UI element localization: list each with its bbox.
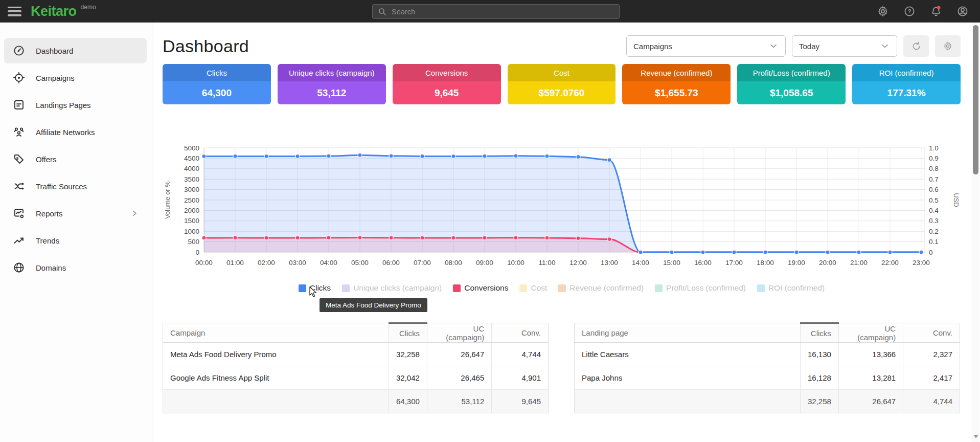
cell-clicks: 16,130 xyxy=(800,343,838,366)
campaigns-table: Campaign Clicks UC (campaign) Conv. Meta… xyxy=(163,322,549,413)
svg-text:USD: USD xyxy=(952,193,960,207)
stat-card-value: 64,300 xyxy=(163,81,271,104)
column-header-uc[interactable]: UC (campaign) xyxy=(838,323,903,343)
total-clicks: 32,258 xyxy=(800,390,838,413)
legend-item[interactable]: Cost xyxy=(519,283,547,293)
stat-card: Cost $597.0760 xyxy=(508,64,616,104)
stat-card-value: 53,112 xyxy=(278,81,386,104)
legend-item[interactable]: Unique clicks (campaign) xyxy=(342,283,442,293)
landing-name[interactable]: Papa Johns xyxy=(575,366,801,390)
sidebar-item-label: Affiliate Networks xyxy=(36,128,95,137)
landing-pages-icon xyxy=(13,99,25,111)
campaign-name[interactable]: Meta Ads Food Delivery Promo xyxy=(163,343,389,366)
legend-item[interactable]: Revenue (confirmed) xyxy=(558,283,644,293)
svg-text:0.7: 0.7 xyxy=(929,175,939,183)
legend-item[interactable]: Profit/Loss (confirmed) xyxy=(655,283,746,293)
refresh-button[interactable] xyxy=(903,35,929,57)
total-conv: 9,645 xyxy=(492,390,549,413)
legend-item[interactable]: Conversions xyxy=(453,283,508,293)
svg-text:13:00: 13:00 xyxy=(601,259,618,267)
legend-label: Cost xyxy=(531,283,547,293)
sidebar-item-dashboard[interactable]: Dashboard xyxy=(4,38,147,63)
legend-label: Conversions xyxy=(464,283,508,293)
topbar-icons: ? xyxy=(877,0,969,23)
menu-toggle-icon[interactable] xyxy=(8,7,21,16)
stat-card: Profit/Loss (confirmed) $1,058.65 xyxy=(737,64,846,104)
stat-card-value: $1,058.65 xyxy=(737,81,846,104)
sidebar-item-label: Reports xyxy=(36,209,63,218)
traffic-chart[interactable]: 00:0001:0002:0003:0004:0005:0006:0007:00… xyxy=(163,116,960,274)
svg-text:14:00: 14:00 xyxy=(632,259,649,267)
table-row[interactable]: Google Ads Fitness App Split 32,042 26,4… xyxy=(163,366,549,390)
svg-text:11:00: 11:00 xyxy=(539,259,556,267)
sidebar-item-landings[interactable]: Landings Pages xyxy=(4,92,147,118)
svg-text:4000: 4000 xyxy=(184,165,199,172)
landing-name[interactable]: Little Caesars xyxy=(575,343,801,366)
dashboard-icon xyxy=(13,45,25,57)
cell-clicks: 32,042 xyxy=(389,366,427,390)
sidebar-item-campaigns[interactable]: Campaigns xyxy=(4,65,147,91)
table-row[interactable]: Little Caesars 16,130 13,366 2,327 xyxy=(575,343,960,366)
sidebar-item-label: Trends xyxy=(36,236,59,245)
stat-card-label: Revenue (confirmed) xyxy=(622,64,731,81)
svg-text:0.3: 0.3 xyxy=(929,217,939,225)
dashboard-settings-button[interactable] xyxy=(935,35,961,57)
date-range-select[interactable]: Today xyxy=(792,35,897,57)
stat-card-value: 9,645 xyxy=(393,81,501,104)
column-header-conv[interactable]: Conv. xyxy=(492,323,549,343)
svg-text:3500: 3500 xyxy=(184,175,199,183)
grouping-select[interactable]: Campaigns xyxy=(626,35,786,57)
table-row[interactable]: Meta Ads Food Delivery Promo 32,258 26,6… xyxy=(163,343,549,366)
total-uc: 53,112 xyxy=(427,390,491,413)
scrollbar-thumb[interactable] xyxy=(973,25,978,174)
search-input[interactable] xyxy=(392,8,614,16)
cell-conv: 2,417 xyxy=(903,366,960,390)
settings-icon[interactable] xyxy=(877,5,889,17)
stat-card-label: ROI (confirmed) xyxy=(852,64,961,81)
campaign-name[interactable]: Google Ads Fitness App Split xyxy=(163,366,389,390)
svg-text:17:00: 17:00 xyxy=(725,259,743,267)
column-header-uc[interactable]: UC (campaign) xyxy=(427,323,491,343)
gear-icon xyxy=(943,41,953,51)
column-header-campaign[interactable]: Campaign xyxy=(163,323,389,343)
cell-clicks: 32,258 xyxy=(389,343,427,366)
svg-text:1500: 1500 xyxy=(184,217,199,225)
grouping-select-value: Campaigns xyxy=(633,42,672,51)
totals-spacer xyxy=(163,390,389,413)
column-header-clicks[interactable]: Clicks xyxy=(389,323,427,343)
column-header-conv[interactable]: Conv. xyxy=(903,323,960,343)
legend-swatch xyxy=(558,284,566,292)
account-icon[interactable] xyxy=(956,5,969,17)
legend-label: Profit/Loss (confirmed) xyxy=(666,283,746,293)
sidebar-item-label: Traffic Sources xyxy=(36,182,87,191)
cell-uc: 13,366 xyxy=(838,343,903,366)
sidebar-item-traffic-sources[interactable]: Traffic Sources xyxy=(4,173,147,199)
cell-uc: 26,465 xyxy=(427,366,491,390)
sidebar-item-reports[interactable]: Reports xyxy=(4,201,147,226)
stat-card-value: $1,655.73 xyxy=(622,81,731,104)
landing-pages-table: Landing page Clicks UC (campaign) Conv. … xyxy=(574,322,960,413)
svg-text:Volume or %: Volume or % xyxy=(164,181,171,219)
svg-text:07:00: 07:00 xyxy=(414,259,431,267)
reports-icon xyxy=(13,207,25,219)
column-header-landing[interactable]: Landing page xyxy=(575,323,801,343)
total-clicks: 64,300 xyxy=(389,390,427,413)
scroll-down-arrow[interactable] xyxy=(973,435,978,438)
legend-item[interactable]: ROI (confirmed) xyxy=(757,283,825,293)
legend-label: ROI (confirmed) xyxy=(768,283,825,293)
sidebar-item-domains[interactable]: Domains xyxy=(4,255,147,280)
global-search[interactable] xyxy=(372,4,620,19)
cell-uc: 13,281 xyxy=(838,366,903,390)
sidebar-item-offers[interactable]: $ Offers xyxy=(4,146,147,172)
svg-text:12:00: 12:00 xyxy=(569,259,587,267)
svg-text:00:00: 00:00 xyxy=(195,259,213,267)
sidebar-item-trends[interactable]: Trends xyxy=(4,228,147,253)
help-icon[interactable]: ? xyxy=(903,5,916,17)
notifications-icon[interactable] xyxy=(930,5,942,17)
column-header-clicks[interactable]: Clicks xyxy=(800,323,838,343)
sidebar-item-affiliate-networks[interactable]: Affiliate Networks xyxy=(4,119,147,145)
legend-label: Unique clicks (campaign) xyxy=(353,283,442,293)
table-row[interactable]: Papa Johns 16,128 13,281 2,417 xyxy=(575,366,960,390)
stat-cards-row: Clicks 64,300 Unique clicks (campaign) 5… xyxy=(163,64,961,104)
svg-text:0.2: 0.2 xyxy=(929,228,939,235)
